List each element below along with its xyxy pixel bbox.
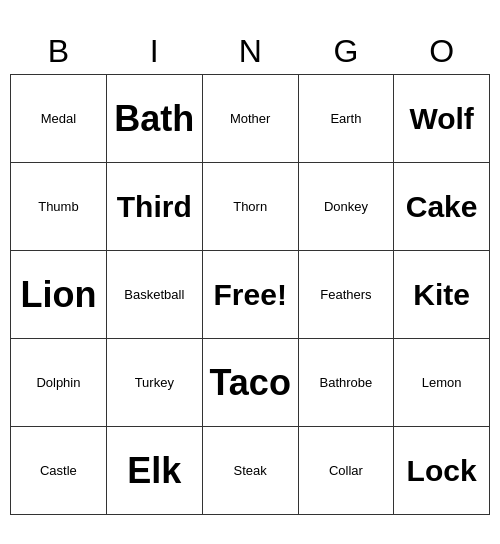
bingo-header-O: O xyxy=(394,29,490,75)
bingo-cell-3-0: Dolphin xyxy=(11,339,107,427)
bingo-cell-1-4: Cake xyxy=(394,163,490,251)
bingo-card: BINGO MedalBathMotherEarthWolfThumbThird… xyxy=(10,29,490,515)
bingo-cell-2-4: Kite xyxy=(394,251,490,339)
bingo-cell-1-2: Thorn xyxy=(202,163,298,251)
bingo-row-2: LionBasketballFree!FeathersKite xyxy=(11,251,490,339)
bingo-header-B: B xyxy=(11,29,107,75)
bingo-cell-4-1: Elk xyxy=(106,427,202,515)
bingo-cell-1-1: Third xyxy=(106,163,202,251)
bingo-header-N: N xyxy=(202,29,298,75)
bingo-cell-1-0: Thumb xyxy=(11,163,107,251)
bingo-cell-0-2: Mother xyxy=(202,75,298,163)
bingo-row-0: MedalBathMotherEarthWolf xyxy=(11,75,490,163)
bingo-cell-0-3: Earth xyxy=(298,75,394,163)
bingo-cell-0-0: Medal xyxy=(11,75,107,163)
bingo-cell-3-3: Bathrobe xyxy=(298,339,394,427)
bingo-cell-0-1: Bath xyxy=(106,75,202,163)
bingo-cell-2-2: Free! xyxy=(202,251,298,339)
bingo-cell-4-2: Steak xyxy=(202,427,298,515)
bingo-cell-4-0: Castle xyxy=(11,427,107,515)
bingo-cell-2-1: Basketball xyxy=(106,251,202,339)
bingo-cell-4-4: Lock xyxy=(394,427,490,515)
bingo-cell-3-2: Taco xyxy=(202,339,298,427)
bingo-cell-2-3: Feathers xyxy=(298,251,394,339)
bingo-cell-2-0: Lion xyxy=(11,251,107,339)
bingo-row-3: DolphinTurkeyTacoBathrobeLemon xyxy=(11,339,490,427)
bingo-cell-0-4: Wolf xyxy=(394,75,490,163)
bingo-row-1: ThumbThirdThornDonkeyCake xyxy=(11,163,490,251)
bingo-row-4: CastleElkSteakCollarLock xyxy=(11,427,490,515)
bingo-header-I: I xyxy=(106,29,202,75)
bingo-cell-4-3: Collar xyxy=(298,427,394,515)
bingo-cell-3-4: Lemon xyxy=(394,339,490,427)
bingo-cell-3-1: Turkey xyxy=(106,339,202,427)
bingo-cell-1-3: Donkey xyxy=(298,163,394,251)
bingo-header-G: G xyxy=(298,29,394,75)
